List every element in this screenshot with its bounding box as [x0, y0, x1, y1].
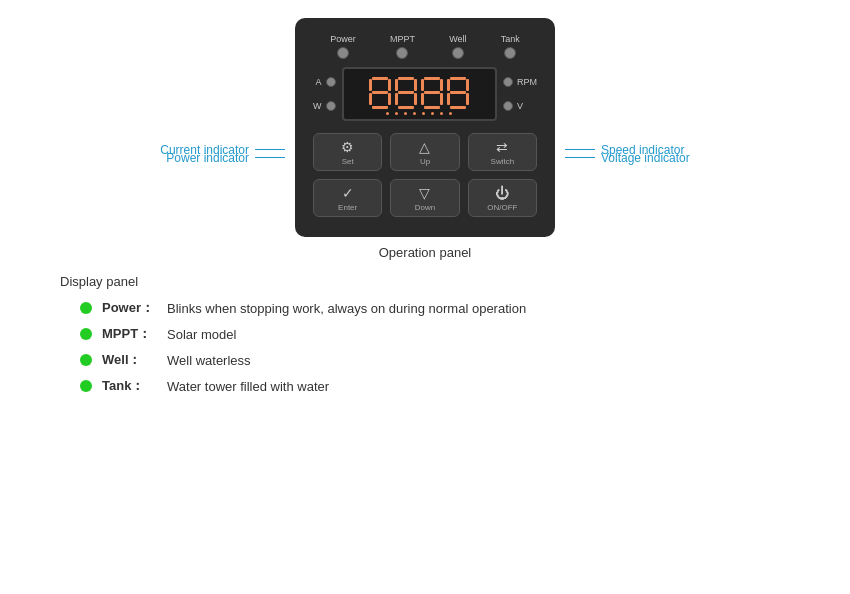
switch-icon: ⇄: [496, 140, 508, 154]
tank-dot: [80, 380, 92, 392]
seg: [424, 106, 440, 109]
up-button[interactable]: △ Up: [390, 133, 459, 171]
seg: [450, 106, 466, 109]
volt-led: [503, 101, 513, 111]
seg: [421, 93, 424, 105]
ampere-label: A: [315, 77, 321, 87]
display-screen: [342, 67, 498, 121]
panel-title: Operation panel: [379, 245, 472, 260]
mppt-value: Solar model: [167, 327, 236, 342]
seg: [414, 93, 417, 105]
dot-3: [404, 112, 407, 115]
up-label: Up: [420, 157, 430, 166]
switch-button[interactable]: ⇄ Switch: [468, 133, 537, 171]
voltage-indicator-annotation: Voltage indicator: [565, 151, 690, 165]
tank-value: Water tower filled with water: [167, 379, 329, 394]
onoff-button[interactable]: ⏻ ON/OFF: [468, 179, 537, 217]
seg: [424, 77, 440, 80]
legend-section: Display panel Power： Blinks when stoppin…: [0, 260, 850, 395]
well-indicator-top: Well: [449, 34, 466, 59]
rpm-indicator: RPM: [503, 77, 537, 87]
panel-wrapper: Current indicator Power indicator Power …: [75, 18, 775, 237]
buttons-grid: ⚙ Set △ Up ⇄ Switch ✓ Enter ▽ Down: [313, 133, 537, 217]
set-button[interactable]: ⚙ Set: [313, 133, 382, 171]
top-indicators-row: Power MPPT Well Tank: [313, 34, 537, 59]
right-indicators: RPM V: [503, 77, 537, 111]
ampere-led: [326, 77, 336, 87]
enter-label: Enter: [338, 203, 357, 212]
power-key: Power：: [102, 299, 157, 317]
power-indicator-label: Power indicator: [166, 151, 249, 165]
enter-button[interactable]: ✓ Enter: [313, 179, 382, 217]
seg: [369, 79, 372, 91]
seg: [388, 93, 391, 105]
seg: [466, 93, 469, 105]
watt-indicator: W: [313, 101, 336, 111]
mppt-key: MPPT：: [102, 325, 157, 343]
seg: [395, 79, 398, 91]
middle-section: A W: [313, 67, 537, 121]
volt-indicator: V: [503, 101, 523, 111]
down-button[interactable]: ▽ Down: [390, 179, 459, 217]
seg: [424, 91, 440, 94]
digit-row: [369, 77, 469, 109]
rpm-label: RPM: [517, 77, 537, 87]
seg: [372, 77, 388, 80]
panel-section: Current indicator Power indicator Power …: [0, 0, 850, 260]
seg: [398, 91, 414, 94]
mppt-indicator-top: MPPT: [390, 34, 415, 59]
seg: [372, 91, 388, 94]
watt-led: [326, 101, 336, 111]
dot-5: [422, 112, 425, 115]
set-icon: ⚙: [341, 140, 354, 154]
seg: [372, 106, 388, 109]
enter-icon: ✓: [342, 186, 354, 200]
dot-2: [395, 112, 398, 115]
left-indicators: A W: [313, 77, 336, 111]
legend-item-power: Power： Blinks when stopping work, always…: [80, 299, 790, 317]
seg: [466, 79, 469, 91]
power-value: Blinks when stopping work, always on dur…: [167, 301, 526, 316]
volt-label: V: [517, 101, 523, 111]
digit-4: [447, 77, 469, 109]
up-icon: △: [419, 140, 430, 154]
dot-row: [386, 112, 452, 115]
digit-2: [395, 77, 417, 109]
well-led: [452, 47, 464, 59]
switch-label: Switch: [491, 157, 515, 166]
tank-key: Tank：: [102, 377, 157, 395]
mppt-dot: [80, 328, 92, 340]
tank-indicator-top: Tank: [501, 34, 520, 59]
onoff-label: ON/OFF: [487, 203, 517, 212]
mppt-label: MPPT: [390, 34, 415, 44]
well-dot: [80, 354, 92, 366]
seg: [450, 91, 466, 94]
digit-1: [369, 77, 391, 109]
legend-item-well: Well： Well waterless: [80, 351, 790, 369]
power-label: Power: [330, 34, 356, 44]
watt-label: W: [313, 101, 322, 111]
power-led: [337, 47, 349, 59]
mppt-led: [396, 47, 408, 59]
seg: [369, 93, 372, 105]
tank-led: [504, 47, 516, 59]
seg: [414, 79, 417, 91]
legend-item-mppt: MPPT： Solar model: [80, 325, 790, 343]
dot-1: [386, 112, 389, 115]
seg: [447, 79, 450, 91]
power-icon: ⏻: [495, 186, 509, 200]
set-label: Set: [342, 157, 354, 166]
rpm-led: [503, 77, 513, 87]
well-label: Well: [449, 34, 466, 44]
down-icon: ▽: [419, 186, 430, 200]
well-value: Well waterless: [167, 353, 251, 368]
power-indicator-line: [255, 157, 285, 158]
dot-7: [440, 112, 443, 115]
dot-6: [431, 112, 434, 115]
seg: [447, 93, 450, 105]
power-indicator-top: Power: [330, 34, 356, 59]
dot-8: [449, 112, 452, 115]
power-indicator-annotation: Power indicator: [166, 151, 285, 165]
tank-label: Tank: [501, 34, 520, 44]
seg: [395, 93, 398, 105]
